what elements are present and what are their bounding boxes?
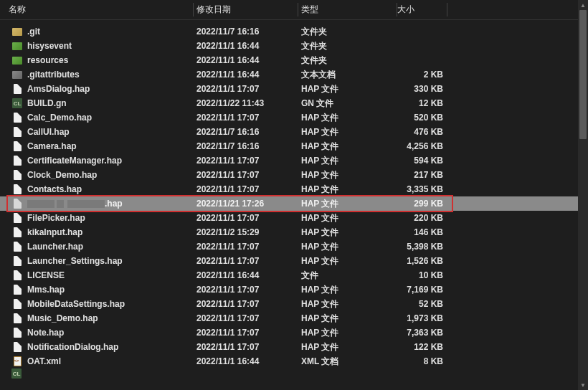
file-type: GN 文件: [298, 98, 397, 110]
file-row[interactable]: CLBUILD.gn2022/11/22 11:43GN 文件12 KB: [0, 96, 578, 110]
file-date: 2022/11/1 16:44: [194, 70, 298, 80]
file-row[interactable]: CallUI.hap2022/11/7 16:16HAP 文件476 KB: [0, 125, 578, 139]
xml-file-icon: [11, 356, 23, 367]
file-name-cell[interactable]: Mms.hap: [0, 284, 194, 295]
file-name-cell[interactable]: .gitattributes: [0, 69, 194, 80]
file-name-cell[interactable]: Contacts.hap: [0, 184, 194, 195]
file-name-cell[interactable]: CLBUILD.gn: [0, 98, 194, 109]
file-size: 52 KB: [397, 299, 447, 309]
file-row[interactable]: Launcher_Settings.hap2022/11/1 17:07HAP …: [0, 254, 578, 268]
file-name-cell[interactable]: CertificateManager.hap: [0, 155, 194, 166]
file-name-label: NotificationDialog.hap: [27, 342, 118, 352]
file-row[interactable]: OAT.xml2022/11/1 16:44XML 文档8 KB: [0, 354, 578, 368]
file-name-cell[interactable]: kikaInput.hap: [0, 227, 194, 238]
file-name-cell[interactable]: MobileDataSettings.hap: [0, 298, 194, 310]
file-icon: [11, 141, 23, 152]
file-list: .git2022/11/7 16:16文件夹hisysevent2022/11/…: [0, 20, 578, 368]
file-name-label: Camera.hap: [27, 141, 77, 151]
file-name-cell[interactable]: Note.hap: [0, 327, 194, 338]
file-name-suffix: .hap: [105, 199, 123, 209]
file-name-label: CallUI.hap: [27, 127, 70, 137]
file-name-cell[interactable]: LICENSE: [0, 270, 194, 281]
file-name-label: FilePicker.hap: [27, 213, 85, 223]
file-name-cell[interactable]: OAT.xml: [0, 356, 194, 367]
vertical-scrollbar[interactable]: ▲ ▼: [578, 0, 588, 390]
file-name-cell[interactable]: CallUI.hap: [0, 126, 194, 138]
file-row[interactable]: Contacts.hap2022/11/1 17:07HAP 文件3,335 K…: [0, 182, 578, 196]
file-name-cell[interactable]: Music_Demo.hap: [0, 313, 194, 324]
file-row[interactable]: FilePicker.hap2022/11/1 17:07HAP 文件220 K…: [0, 211, 578, 225]
file-name-label: Launcher_Settings.hap: [27, 256, 123, 266]
file-name-cell[interactable]: AmsDialog.hap: [0, 83, 194, 95]
file-date: 2022/11/7 16:16: [194, 141, 298, 151]
file-row[interactable]: Calc_Demo.hap2022/11/1 17:07HAP 文件520 KB: [0, 110, 578, 125]
file-name-cell[interactable]: Launcher_Settings.hap: [0, 255, 194, 267]
file-name-label: hisysevent: [27, 41, 72, 51]
file-row[interactable]: Music_Demo.hap2022/11/1 17:07HAP 文件1,973…: [0, 311, 578, 325]
scroll-down-icon[interactable]: ▼: [578, 380, 588, 390]
header-type[interactable]: 类型: [298, 0, 397, 19]
file-name-cell[interactable]: Camera.hap: [0, 141, 194, 152]
file-name-cell[interactable]: Launcher.hap: [0, 241, 194, 252]
file-row[interactable]: hisysevent2022/11/1 16:44文件夹: [0, 39, 578, 53]
file-name-label: Clock_Demo.hap: [27, 170, 97, 180]
file-name-cell[interactable]: NotificationDialog.hap: [0, 341, 194, 353]
file-row[interactable]: Launcher.hap2022/11/1 17:07HAP 文件5,398 K…: [0, 239, 578, 254]
file-name-label: AmsDialog.hap: [27, 84, 90, 94]
file-date: 2022/11/1 17:07: [194, 184, 298, 194]
scroll-thumb[interactable]: [579, 10, 587, 139]
header-date[interactable]: 修改日期: [194, 0, 298, 19]
file-row[interactable]: .git2022/11/7 16:16文件夹: [0, 24, 578, 39]
file-size: 476 KB: [397, 127, 447, 137]
file-row[interactable]: .gitattributes2022/11/1 16:44文本文档2 KB: [0, 67, 578, 82]
file-date: 2022/11/7 16:16: [194, 27, 298, 37]
header-name[interactable]: 名称: [0, 0, 194, 19]
file-name-label: resources: [27, 55, 68, 65]
file-date: 2022/11/2 15:29: [194, 227, 298, 237]
file-row[interactable]: Note.hap2022/11/1 17:07HAP 文件7,363 KB: [0, 325, 578, 340]
file-row[interactable]: CertificateManager.hap2022/11/1 17:07HAP…: [0, 153, 578, 168]
file-icon: [11, 241, 23, 252]
file-icon: [11, 227, 23, 238]
file-name-cell[interactable]: Calc_Demo.hap: [0, 112, 194, 123]
file-size: 3,335 KB: [397, 184, 447, 194]
file-name-cell[interactable]: hisysevent: [0, 40, 194, 52]
file-row[interactable]: resources2022/11/1 16:44文件夹: [0, 53, 578, 67]
file-row[interactable]: LICENSE2022/11/1 16:44文件10 KB: [0, 268, 578, 282]
file-icon: [11, 313, 23, 324]
file-type: 文件夹: [298, 54, 397, 67]
folder-icon: [11, 54, 23, 66]
file-size: 122 KB: [397, 342, 447, 352]
file-icon: [11, 327, 23, 338]
file-name-cell[interactable]: Clock_Demo.hap: [0, 169, 194, 181]
file-row[interactable]: Clock_Demo.hap2022/11/1 17:07HAP 文件217 K…: [0, 168, 578, 182]
file-name-cell[interactable]: .git: [0, 26, 194, 37]
file-type: HAP 文件: [298, 227, 397, 239]
file-name-label: Note.hap: [27, 328, 64, 338]
file-size: 5,398 KB: [397, 242, 447, 252]
header-size[interactable]: 大小: [397, 0, 447, 19]
file-row[interactable]: MobileDataSettings.hap2022/11/1 17:07HAP…: [0, 297, 578, 311]
file-name-cell[interactable]: FilePicker.hap: [0, 212, 194, 224]
folder-icon: [11, 69, 23, 80]
file-row[interactable]: AmsDialog.hap2022/11/1 17:07HAP 文件330 KB: [0, 82, 578, 96]
file-row[interactable]: .hap2022/11/21 17:26HAP 文件299 KB: [0, 196, 578, 211]
file-size: 7,363 KB: [397, 328, 447, 338]
file-size: 1,526 KB: [397, 256, 447, 266]
file-date: 2022/11/1 17:07: [194, 313, 298, 323]
file-row[interactable]: Camera.hap2022/11/7 16:16HAP 文件4,256 KB: [0, 139, 578, 153]
file-date: 2022/11/1 17:07: [194, 285, 298, 295]
file-icon: [11, 212, 23, 224]
file-date: 2022/11/1 17:07: [194, 113, 298, 123]
scroll-up-icon[interactable]: ▲: [578, 0, 588, 10]
file-name-cell[interactable]: resources: [0, 54, 194, 66]
file-row[interactable]: NotificationDialog.hap2022/11/1 17:07HAP…: [0, 340, 578, 354]
file-type: HAP 文件: [298, 341, 397, 353]
file-row[interactable]: Mms.hap2022/11/1 17:07HAP 文件7,169 KB: [0, 282, 578, 297]
file-icon: [11, 83, 23, 95]
file-row-partial[interactable]: CL: [0, 368, 578, 380]
file-type: 文本文档: [298, 69, 397, 81]
file-name-cell[interactable]: .hap: [0, 198, 194, 209]
file-row[interactable]: kikaInput.hap2022/11/2 15:29HAP 文件146 KB: [0, 225, 578, 239]
file-name-label: CertificateManager.hap: [27, 156, 122, 166]
